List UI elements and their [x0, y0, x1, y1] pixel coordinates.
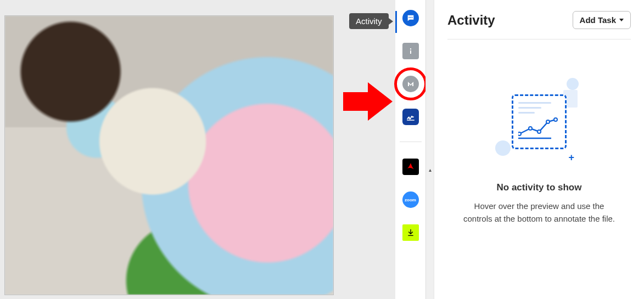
empty-state-illustration: + — [495, 78, 583, 160]
svg-point-6 — [529, 127, 532, 130]
svg-point-9 — [554, 118, 557, 121]
empty-state-body: Hover over the preview and use the contr… — [462, 200, 616, 225]
acrobat-app-button[interactable] — [402, 159, 419, 175]
svg-point-8 — [546, 120, 550, 123]
add-task-button[interactable]: Add Task — [573, 11, 631, 29]
rail-scrollbar[interactable]: ▴ — [425, 0, 434, 299]
activity-panel: Activity Add Task — [434, 0, 644, 299]
sidebar-rail-wrap: zoom ▴ — [395, 0, 434, 299]
app-root: Activity — [0, 0, 644, 299]
metadata-tab-button[interactable] — [402, 76, 419, 92]
activity-tab-button[interactable] — [402, 10, 419, 26]
annotation-arrow-icon — [343, 82, 393, 121]
activity-panel-header: Activity Add Task — [447, 11, 631, 40]
add-task-label: Add Task — [580, 15, 616, 25]
svg-point-2 — [410, 17, 411, 18]
sidebar-rail: zoom — [395, 0, 425, 299]
plus-icon: + — [568, 152, 574, 163]
zoom-app-button[interactable]: zoom — [402, 191, 419, 208]
speech-bubble-icon — [406, 14, 415, 22]
svg-rect-4 — [408, 235, 413, 236]
activity-tooltip: Activity — [349, 13, 389, 29]
adobe-acrobat-icon — [406, 162, 416, 172]
download-app-button[interactable] — [402, 224, 419, 241]
svg-point-3 — [411, 17, 412, 18]
caret-down-icon — [619, 19, 624, 21]
info-document-icon — [407, 46, 415, 56]
m-badge-icon — [407, 80, 415, 88]
activity-panel-title: Activity — [447, 13, 495, 28]
scroll-track[interactable] — [426, 174, 434, 299]
activity-empty-state: + No activity to show Hover over the pre… — [447, 40, 631, 299]
signature-icon — [406, 112, 416, 122]
svg-point-5 — [518, 132, 521, 136]
svg-point-1 — [408, 17, 410, 18]
scroll-up-arrow-icon[interactable]: ▴ — [426, 165, 434, 174]
svg-point-7 — [537, 130, 541, 133]
preview-image[interactable] — [4, 15, 334, 295]
details-tab-button[interactable] — [402, 43, 419, 59]
zoom-app-icon: zoom — [405, 198, 416, 202]
preview-pane: Activity — [0, 0, 395, 299]
download-arrow-icon — [406, 228, 415, 237]
activity-tooltip-label: Activity — [356, 16, 382, 26]
sign-tab-button[interactable] — [402, 109, 419, 125]
svg-marker-0 — [343, 82, 393, 121]
rail-separator — [400, 142, 422, 142]
empty-state-heading: No activity to show — [497, 182, 582, 193]
